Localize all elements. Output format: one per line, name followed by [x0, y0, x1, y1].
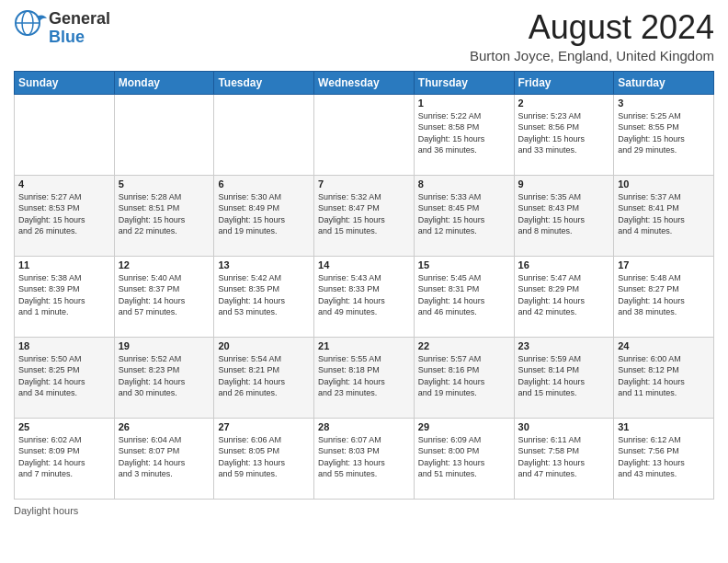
calendar-cell: 29Sunrise: 6:09 AM Sunset: 8:00 PM Dayli… [414, 418, 514, 499]
day-number: 15 [418, 259, 510, 270]
daylight-label: Daylight hours [14, 505, 78, 516]
calendar-cell: 26Sunrise: 6:04 AM Sunset: 8:07 PM Dayli… [114, 418, 214, 499]
day-info: Sunrise: 6:11 AM Sunset: 7:58 PM Dayligh… [518, 434, 610, 480]
day-number: 18 [18, 340, 110, 351]
day-info: Sunrise: 5:52 AM Sunset: 8:23 PM Dayligh… [119, 353, 210, 399]
calendar-cell: 12Sunrise: 5:40 AM Sunset: 8:37 PM Dayli… [114, 256, 214, 337]
day-number: 8 [418, 178, 510, 190]
logo-icon [14, 9, 49, 44]
day-info: Sunrise: 6:04 AM Sunset: 8:07 PM Dayligh… [119, 434, 210, 480]
day-info: Sunrise: 5:47 AM Sunset: 8:29 PM Dayligh… [518, 272, 610, 318]
day-number: 4 [18, 178, 110, 190]
calendar-week-row: 25Sunrise: 6:02 AM Sunset: 8:09 PM Dayli… [15, 418, 714, 499]
day-info: Sunrise: 5:23 AM Sunset: 8:56 PM Dayligh… [518, 110, 610, 156]
day-number: 29 [418, 421, 510, 432]
calendar-cell: 9Sunrise: 5:35 AM Sunset: 8:43 PM Daylig… [514, 175, 614, 256]
day-info: Sunrise: 6:12 AM Sunset: 7:56 PM Dayligh… [618, 434, 710, 480]
title-block: August 2024 Burton Joyce, England, Unite… [110, 9, 714, 63]
calendar-cell: 15Sunrise: 5:45 AM Sunset: 8:31 PM Dayli… [414, 256, 514, 337]
calendar-cell: 28Sunrise: 6:07 AM Sunset: 8:03 PM Dayli… [314, 418, 415, 499]
calendar-cell: 24Sunrise: 6:00 AM Sunset: 8:12 PM Dayli… [614, 337, 714, 418]
day-info: Sunrise: 5:40 AM Sunset: 8:37 PM Dayligh… [119, 272, 210, 318]
day-info: Sunrise: 5:43 AM Sunset: 8:33 PM Dayligh… [318, 272, 410, 318]
day-number: 7 [318, 178, 410, 190]
day-number: 19 [119, 340, 210, 351]
calendar-cell: 17Sunrise: 5:48 AM Sunset: 8:27 PM Dayli… [614, 256, 714, 337]
day-number: 20 [218, 340, 310, 351]
page: General Blue August 2024 Burton Joyce, E… [0, 0, 728, 563]
day-number: 9 [518, 178, 610, 190]
day-info: Sunrise: 6:00 AM Sunset: 8:12 PM Dayligh… [618, 353, 710, 399]
calendar-weekday: Tuesday [214, 71, 314, 94]
day-number: 23 [518, 340, 610, 351]
calendar-cell: 16Sunrise: 5:47 AM Sunset: 8:29 PM Dayli… [514, 256, 614, 337]
day-number: 5 [119, 178, 210, 190]
location: Burton Joyce, England, United Kingdom [110, 48, 714, 63]
calendar-header-row: SundayMondayTuesdayWednesdayThursdayFrid… [15, 71, 714, 94]
calendar-weekday: Sunday [15, 71, 115, 94]
day-info: Sunrise: 5:32 AM Sunset: 8:47 PM Dayligh… [318, 191, 410, 237]
day-info: Sunrise: 5:57 AM Sunset: 8:16 PM Dayligh… [418, 353, 510, 399]
day-number: 30 [518, 421, 610, 432]
logo: General Blue [14, 9, 110, 48]
day-number: 22 [418, 340, 510, 351]
calendar-cell: 1Sunrise: 5:22 AM Sunset: 8:58 PM Daylig… [414, 94, 514, 175]
day-number: 31 [618, 421, 710, 432]
calendar-cell: 31Sunrise: 6:12 AM Sunset: 7:56 PM Dayli… [614, 418, 714, 499]
calendar-cell: 7Sunrise: 5:32 AM Sunset: 8:47 PM Daylig… [314, 175, 415, 256]
day-number: 3 [618, 98, 710, 109]
calendar: SundayMondayTuesdayWednesdayThursdayFrid… [14, 71, 714, 500]
header: General Blue August 2024 Burton Joyce, E… [14, 9, 714, 63]
calendar-weekday: Saturday [614, 71, 714, 94]
day-number: 11 [18, 259, 110, 270]
day-number: 17 [618, 259, 710, 270]
day-number: 13 [218, 259, 310, 270]
calendar-cell: 3Sunrise: 5:25 AM Sunset: 8:55 PM Daylig… [614, 94, 714, 175]
day-number: 28 [318, 421, 410, 432]
calendar-cell: 5Sunrise: 5:28 AM Sunset: 8:51 PM Daylig… [114, 175, 214, 256]
day-info: Sunrise: 5:55 AM Sunset: 8:18 PM Dayligh… [318, 353, 410, 399]
day-info: Sunrise: 5:59 AM Sunset: 8:14 PM Dayligh… [518, 353, 610, 399]
day-info: Sunrise: 5:48 AM Sunset: 8:27 PM Dayligh… [618, 272, 710, 318]
calendar-cell: 14Sunrise: 5:43 AM Sunset: 8:33 PM Dayli… [314, 256, 415, 337]
logo-text: General Blue [49, 10, 110, 47]
day-info: Sunrise: 5:25 AM Sunset: 8:55 PM Dayligh… [618, 110, 710, 156]
day-info: Sunrise: 5:45 AM Sunset: 8:31 PM Dayligh… [418, 272, 510, 318]
day-number: 26 [119, 421, 210, 432]
day-info: Sunrise: 6:09 AM Sunset: 8:00 PM Dayligh… [418, 434, 510, 480]
calendar-weekday: Friday [514, 71, 614, 94]
calendar-cell: 20Sunrise: 5:54 AM Sunset: 8:21 PM Dayli… [214, 337, 314, 418]
day-info: Sunrise: 6:06 AM Sunset: 8:05 PM Dayligh… [218, 434, 310, 480]
month-title: August 2024 [110, 9, 714, 46]
day-number: 27 [218, 421, 310, 432]
calendar-cell [15, 94, 115, 175]
day-number: 12 [119, 259, 210, 270]
calendar-cell: 21Sunrise: 5:55 AM Sunset: 8:18 PM Dayli… [314, 337, 415, 418]
day-info: Sunrise: 5:30 AM Sunset: 8:49 PM Dayligh… [218, 191, 310, 237]
day-number: 21 [318, 340, 410, 351]
day-number: 6 [218, 178, 310, 190]
day-number: 25 [18, 421, 110, 432]
day-info: Sunrise: 5:22 AM Sunset: 8:58 PM Dayligh… [418, 110, 510, 156]
day-number: 24 [618, 340, 710, 351]
day-info: Sunrise: 5:50 AM Sunset: 8:25 PM Dayligh… [18, 353, 110, 399]
day-info: Sunrise: 5:42 AM Sunset: 8:35 PM Dayligh… [218, 272, 310, 318]
calendar-week-row: 4Sunrise: 5:27 AM Sunset: 8:53 PM Daylig… [15, 175, 714, 256]
calendar-cell: 6Sunrise: 5:30 AM Sunset: 8:49 PM Daylig… [214, 175, 314, 256]
calendar-cell: 8Sunrise: 5:33 AM Sunset: 8:45 PM Daylig… [414, 175, 514, 256]
calendar-weekday: Thursday [414, 71, 514, 94]
day-info: Sunrise: 5:37 AM Sunset: 8:41 PM Dayligh… [618, 191, 710, 237]
day-number: 10 [618, 178, 710, 190]
day-number: 14 [318, 259, 410, 270]
calendar-weekday: Monday [114, 71, 214, 94]
day-info: Sunrise: 5:27 AM Sunset: 8:53 PM Dayligh… [18, 191, 110, 237]
calendar-cell: 10Sunrise: 5:37 AM Sunset: 8:41 PM Dayli… [614, 175, 714, 256]
calendar-cell: 30Sunrise: 6:11 AM Sunset: 7:58 PM Dayli… [514, 418, 614, 499]
calendar-weekday: Wednesday [314, 71, 415, 94]
calendar-cell: 2Sunrise: 5:23 AM Sunset: 8:56 PM Daylig… [514, 94, 614, 175]
calendar-cell: 4Sunrise: 5:27 AM Sunset: 8:53 PM Daylig… [15, 175, 115, 256]
calendar-cell [314, 94, 415, 175]
day-info: Sunrise: 5:33 AM Sunset: 8:45 PM Dayligh… [418, 191, 510, 237]
day-number: 1 [418, 98, 510, 109]
calendar-cell [114, 94, 214, 175]
